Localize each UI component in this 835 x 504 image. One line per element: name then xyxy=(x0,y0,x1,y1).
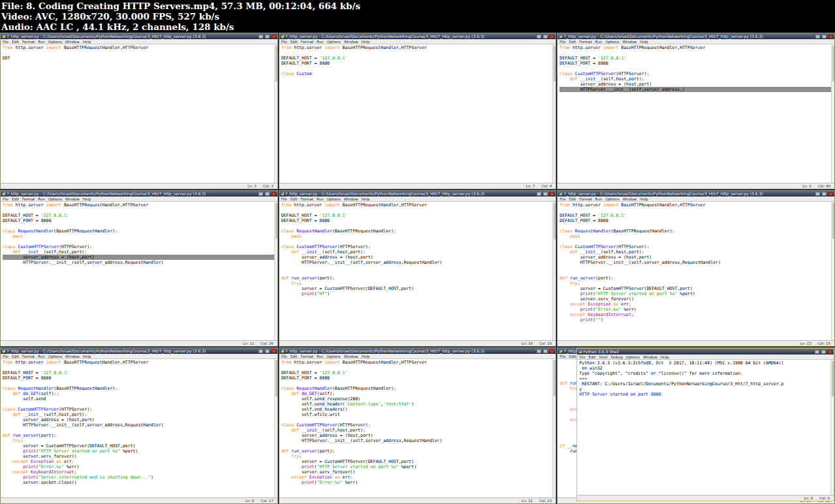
maximize-button[interactable] xyxy=(265,349,270,353)
maximize-button[interactable] xyxy=(822,192,827,196)
menu-item-window[interactable]: Window xyxy=(622,197,637,201)
menu-item-file[interactable]: File xyxy=(3,354,8,358)
menu-item-file[interactable]: File xyxy=(3,39,8,44)
menu-item-run[interactable]: Run xyxy=(317,354,324,358)
close-button[interactable] xyxy=(828,350,832,354)
close-button[interactable] xyxy=(272,192,276,196)
menu-item-help[interactable]: Help xyxy=(640,197,648,201)
menu-item-edit[interactable]: Edit xyxy=(12,39,19,44)
menu-item-file[interactable]: File xyxy=(559,197,565,201)
scrollbar[interactable] xyxy=(831,44,834,183)
title-bar[interactable]: Python 3.6.3 Shell xyxy=(577,349,834,354)
menu-item-format[interactable]: Format xyxy=(579,197,591,201)
minimize-button[interactable] xyxy=(259,35,263,39)
menu-item-run[interactable]: Run xyxy=(38,354,45,358)
menu-item-format[interactable]: Format xyxy=(579,39,591,44)
minimize-button[interactable] xyxy=(259,349,263,353)
title-bar[interactable]: 7_http_server.py - C:/Users/Israel/Docum… xyxy=(1,191,277,197)
menu-item-edit[interactable]: Edit xyxy=(12,197,19,201)
scrollbar-thumb[interactable] xyxy=(832,203,834,239)
title-bar[interactable]: 7_http_server.py - C:/Users/Israel/Docum… xyxy=(558,191,834,197)
maximize-button[interactable] xyxy=(265,35,270,39)
scrollbar-thumb[interactable] xyxy=(276,46,277,82)
menu-item-edit[interactable]: Edit xyxy=(12,354,19,358)
menu-item-options[interactable]: Options xyxy=(48,39,62,44)
menu-item-options[interactable]: Options xyxy=(605,39,619,44)
maximize-button[interactable] xyxy=(822,35,827,39)
scrollbar[interactable] xyxy=(830,360,834,495)
menu-item-options[interactable]: Options xyxy=(326,354,340,358)
menu-item-window[interactable]: Window xyxy=(344,354,358,358)
scrollbar-thumb[interactable] xyxy=(554,46,556,82)
menu-item-options[interactable]: Options xyxy=(626,354,640,359)
menu-item-window[interactable]: Window xyxy=(344,197,358,201)
code-editor[interactable]: from http.server import BaseHTTPRequestH… xyxy=(279,44,556,183)
menu-item-file[interactable]: File xyxy=(3,197,8,201)
menu-item-edit[interactable]: Edit xyxy=(291,39,298,44)
menu-item-help[interactable]: Help xyxy=(83,354,91,358)
code-editor[interactable]: from http.server import BaseHTTPRequestH… xyxy=(558,202,834,340)
menu-item-format[interactable]: Format xyxy=(22,354,35,358)
menu-item-edit[interactable]: Edit xyxy=(569,197,576,201)
scrollbar[interactable] xyxy=(274,44,277,183)
menu-item-edit[interactable]: Edit xyxy=(291,197,298,201)
scrollbar[interactable] xyxy=(831,202,834,340)
close-button[interactable] xyxy=(272,349,276,353)
minimize-button[interactable] xyxy=(815,192,820,196)
menu-item-file[interactable]: File xyxy=(559,354,565,358)
menu-item-edit[interactable]: Edit xyxy=(291,354,298,358)
menu-item-help[interactable]: Help xyxy=(661,354,669,359)
menu-item-edit[interactable]: Edit xyxy=(589,354,596,359)
maximize-button[interactable] xyxy=(543,349,548,353)
maximize-button[interactable] xyxy=(821,350,826,354)
close-button[interactable] xyxy=(550,35,554,39)
scrollbar-thumb[interactable] xyxy=(554,203,556,239)
menu-item-help[interactable]: Help xyxy=(640,39,648,44)
menu-item-format[interactable]: Format xyxy=(22,39,35,44)
minimize-button[interactable] xyxy=(815,35,820,39)
shell-output[interactable]: Python 3.6.3 (v3.6.3:2c5fed8, Oct 3 2017… xyxy=(577,360,834,495)
menu-item-options[interactable]: Options xyxy=(48,354,62,358)
scrollbar[interactable] xyxy=(274,202,277,340)
menu-item-run[interactable]: Run xyxy=(317,197,324,201)
menu-item-window[interactable]: Window xyxy=(344,39,358,44)
minimize-button[interactable] xyxy=(259,192,263,196)
close-button[interactable] xyxy=(550,349,554,353)
code-editor[interactable]: from http.server import BaseHTTPRequestH… xyxy=(1,202,277,340)
menu-item-file[interactable]: File xyxy=(281,354,287,358)
menu-item-edit[interactable]: Edit xyxy=(569,39,576,44)
menu-item-help[interactable]: Help xyxy=(361,197,370,201)
close-button[interactable] xyxy=(550,192,554,196)
scrollbar-thumb[interactable] xyxy=(554,360,556,396)
menu-item-file[interactable]: File xyxy=(281,197,287,201)
scrollbar[interactable] xyxy=(552,202,556,340)
code-editor[interactable]: from http.server import BaseHTTPRequestH… xyxy=(279,359,556,497)
minimize-button[interactable] xyxy=(537,192,541,196)
code-editor[interactable]: from http.server import BaseHTTPRequestH… xyxy=(1,44,277,183)
menu-item-help[interactable]: Help xyxy=(83,197,91,201)
maximize-button[interactable] xyxy=(543,192,548,196)
minimize-button[interactable] xyxy=(537,35,541,39)
menu-item-edit[interactable]: Edit xyxy=(569,354,576,358)
scrollbar-thumb[interactable] xyxy=(276,360,277,396)
menu-item-window[interactable]: Window xyxy=(65,354,80,358)
minimize-button[interactable] xyxy=(815,350,819,354)
title-bar[interactable]: 7_http_server.py - C:/Users/Israel/Docum… xyxy=(1,33,277,39)
menu-item-file[interactable]: File xyxy=(281,39,287,44)
scrollbar-thumb[interactable] xyxy=(832,46,834,82)
menu-item-options[interactable]: Options xyxy=(48,197,62,201)
title-bar[interactable]: 7_http_server.py - C:/Users/Israel/Docum… xyxy=(1,348,277,354)
maximize-button[interactable] xyxy=(265,192,270,196)
title-bar[interactable]: 7_http_server.py - C:/Users/Israel/Docum… xyxy=(279,191,556,197)
menu-item-format[interactable]: Format xyxy=(301,197,313,201)
scrollbar[interactable] xyxy=(274,359,277,497)
menu-item-run[interactable]: Run xyxy=(595,39,603,44)
code-editor[interactable]: from http.server import BaseHTTPRequestH… xyxy=(279,202,556,340)
title-bar[interactable]: 7_http_server.py - C:/Users/Israel/Docum… xyxy=(279,348,556,354)
close-button[interactable] xyxy=(272,35,276,39)
maximize-button[interactable] xyxy=(543,35,548,39)
menu-item-help[interactable]: Help xyxy=(361,354,370,358)
menu-item-help[interactable]: Help xyxy=(361,39,370,44)
menu-item-window[interactable]: Window xyxy=(65,197,80,201)
code-editor[interactable]: from http.server import BaseHTTPRequestH… xyxy=(1,359,277,497)
